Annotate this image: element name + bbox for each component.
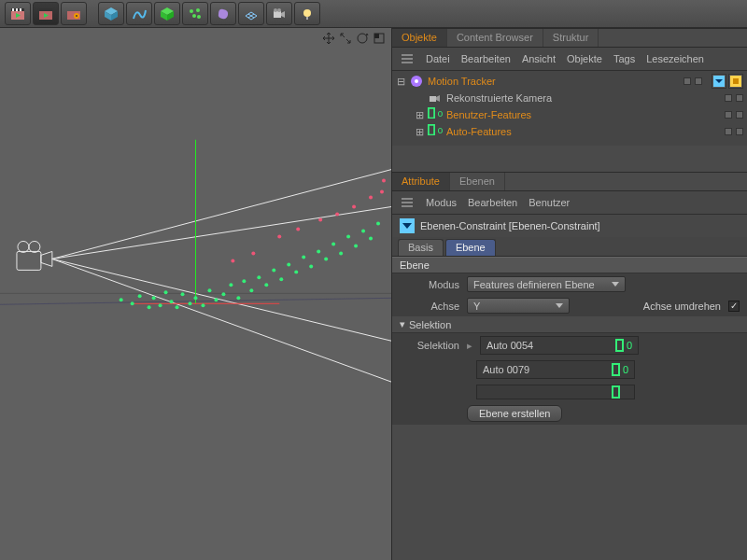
tree-row-camera[interactable]: Rekonstruierte Kamera bbox=[396, 90, 743, 106]
object-tree: ⊟ Motion Tracker Rekonstruierte Kamera bbox=[392, 71, 747, 146]
attr-tab-basis[interactable]: Basis bbox=[398, 239, 444, 256]
svg-point-47 bbox=[131, 301, 134, 305]
svg-rect-94 bbox=[402, 58, 413, 60]
svg-rect-95 bbox=[402, 62, 413, 63]
svg-point-97 bbox=[415, 79, 418, 83]
label-achse: Achse bbox=[400, 301, 459, 312]
expand-icon[interactable]: ⊞ bbox=[415, 126, 424, 138]
svg-point-64 bbox=[242, 279, 246, 283]
svg-rect-25 bbox=[274, 11, 281, 18]
tool-clapper-a[interactable] bbox=[5, 2, 31, 25]
svg-point-58 bbox=[201, 303, 204, 307]
menu-modus[interactable]: Modus bbox=[426, 197, 457, 208]
panel-handle-icon[interactable] bbox=[400, 51, 415, 66]
attributes-tabs: Attribute Ebenen bbox=[392, 173, 747, 191]
svg-point-56 bbox=[189, 301, 192, 305]
svg-point-52 bbox=[164, 290, 168, 294]
tree-row-user-features[interactable]: ⊞ 0 Benutzer-Features bbox=[396, 106, 743, 123]
menu-tags[interactable]: Tags bbox=[613, 53, 635, 64]
svg-point-81 bbox=[369, 236, 373, 240]
tree-label[interactable]: Benutzer-Features bbox=[446, 109, 531, 120]
tool-grid[interactable] bbox=[238, 2, 264, 25]
render-dot[interactable] bbox=[695, 77, 702, 85]
tree-row-motion-tracker[interactable]: ⊟ Motion Tracker bbox=[396, 73, 743, 90]
svg-rect-113 bbox=[616, 340, 623, 351]
selection-slot-0[interactable]: Auto 0054 0 bbox=[480, 336, 639, 355]
tree-label[interactable]: Motion Tracker bbox=[428, 76, 496, 87]
tool-clapper-gear[interactable] bbox=[61, 2, 87, 25]
svg-point-38 bbox=[29, 241, 40, 252]
svg-line-41 bbox=[52, 259, 391, 382]
tab-struktur[interactable]: Struktur bbox=[543, 29, 599, 47]
tool-cube-plus[interactable] bbox=[154, 2, 180, 25]
menu-benutzer[interactable]: Benutzer bbox=[529, 197, 570, 208]
svg-rect-104 bbox=[429, 108, 434, 119]
svg-point-27 bbox=[274, 8, 277, 12]
tree-label[interactable]: Auto-Features bbox=[446, 126, 512, 137]
svg-point-82 bbox=[376, 222, 380, 226]
row-create-plane: Ebene erstellen bbox=[392, 402, 747, 425]
svg-point-65 bbox=[249, 288, 253, 292]
collapse-icon[interactable]: ⊟ bbox=[396, 76, 405, 88]
svg-marker-39 bbox=[41, 251, 52, 266]
svg-point-66 bbox=[257, 275, 261, 279]
row-selektion-1: Auto 0079 0 bbox=[392, 357, 747, 382]
subheader-selektion[interactable]: ▾Selektion bbox=[392, 316, 747, 333]
svg-rect-101 bbox=[733, 78, 739, 84]
menu-bearbeiten-attr[interactable]: Bearbeiten bbox=[468, 197, 517, 208]
tree-label[interactable]: Rekonstruierte Kamera bbox=[446, 92, 552, 104]
visibility-dot[interactable] bbox=[684, 77, 691, 85]
attribute-sub-tabs: Basis Ebene bbox=[392, 237, 747, 256]
tool-clapper-b[interactable] bbox=[33, 2, 59, 25]
selection-slot-empty[interactable] bbox=[476, 385, 635, 399]
svg-rect-109 bbox=[402, 202, 413, 203]
checkbox-achse-umdrehen[interactable] bbox=[728, 301, 740, 312]
tool-light[interactable] bbox=[294, 2, 320, 25]
tool-spline[interactable] bbox=[126, 2, 152, 25]
expand-icon[interactable]: ⊞ bbox=[415, 109, 424, 121]
combo-achse[interactable]: Y bbox=[467, 298, 570, 314]
svg-point-53 bbox=[170, 300, 174, 303]
create-plane-button[interactable]: Ebene erstellen bbox=[467, 405, 562, 422]
tool-camera[interactable] bbox=[266, 2, 292, 25]
tab-objekte[interactable]: Objekte bbox=[392, 29, 447, 47]
viewport[interactable] bbox=[0, 28, 392, 560]
chevron-down-icon bbox=[556, 303, 563, 308]
menu-ansicht[interactable]: Ansicht bbox=[522, 53, 556, 64]
svg-point-51 bbox=[159, 303, 162, 307]
attr-tab-ebene[interactable]: Ebene bbox=[445, 239, 496, 256]
tag-slot[interactable] bbox=[712, 74, 726, 89]
selection-slot-1[interactable]: Auto 0079 0 bbox=[476, 360, 635, 379]
link-arrow-icon[interactable]: ▸ bbox=[467, 340, 472, 352]
tab-content-browser[interactable]: Content Browser bbox=[447, 29, 543, 47]
svg-point-69 bbox=[279, 277, 283, 281]
svg-point-88 bbox=[369, 196, 373, 200]
tab-ebenen[interactable]: Ebenen bbox=[450, 173, 505, 190]
menu-datei[interactable]: Datei bbox=[426, 53, 450, 64]
tree-row-auto-features[interactable]: ⊞ 0 Auto-Features bbox=[396, 123, 743, 140]
tool-particles[interactable] bbox=[182, 2, 208, 25]
clapper-gear-icon bbox=[66, 7, 81, 21]
svg-point-54 bbox=[176, 305, 179, 309]
menu-bearbeiten[interactable]: Bearbeiten bbox=[461, 53, 511, 64]
svg-marker-26 bbox=[281, 11, 285, 18]
panel-handle-icon[interactable] bbox=[400, 195, 415, 210]
tool-cube[interactable] bbox=[98, 2, 124, 25]
svg-rect-7 bbox=[39, 8, 52, 11]
combo-modus[interactable]: Features definieren Ebene bbox=[467, 276, 626, 292]
camera-small-icon bbox=[428, 91, 443, 105]
layer-zero-icon bbox=[612, 385, 628, 399]
menu-lesezeichen[interactable]: Lesezeichen bbox=[646, 53, 704, 64]
row-achse: Achse Y Achse umdrehen bbox=[392, 295, 747, 316]
layer-zero-icon: 0 bbox=[615, 339, 632, 352]
svg-point-90 bbox=[382, 179, 386, 183]
combo-value: Y bbox=[473, 301, 480, 312]
menu-objekte[interactable]: Objekte bbox=[567, 53, 602, 64]
tab-attribute[interactable]: Attribute bbox=[392, 173, 450, 190]
selection-value: Auto 0054 bbox=[486, 340, 533, 351]
tool-group-objects bbox=[97, 2, 321, 25]
svg-point-79 bbox=[354, 244, 358, 247]
svg-text:0: 0 bbox=[438, 108, 443, 119]
tag-slot[interactable] bbox=[728, 74, 743, 89]
tool-blob[interactable] bbox=[210, 2, 236, 25]
